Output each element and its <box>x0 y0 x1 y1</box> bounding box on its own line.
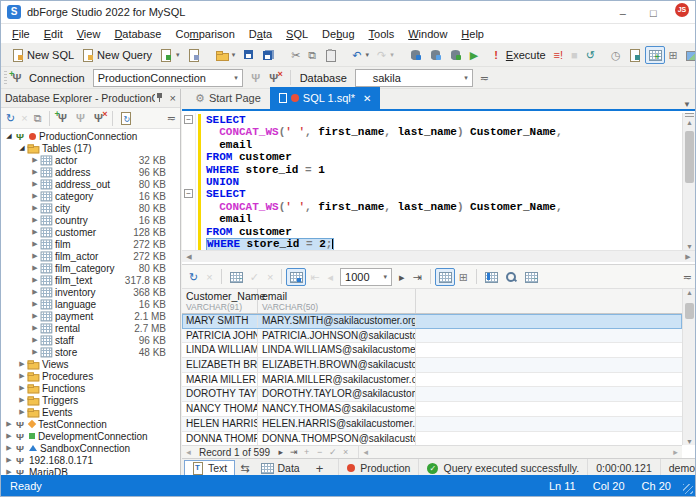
expand-arrow-icon[interactable]: ▶ <box>17 408 27 416</box>
column-header-email[interactable]: emailVARCHAR(50) <box>258 289 416 313</box>
notification-badge[interactable]: JS <box>675 3 689 17</box>
page-size-combo[interactable]: 1000▾ <box>340 268 392 286</box>
table-row[interactable]: PATRICIA JOHNSONPATRICIA.JOHNSON@sakilac… <box>182 329 682 344</box>
table-row[interactable]: LINDA WILLIAMSLINDA.WILLIAMS@sakilacusto… <box>182 343 682 358</box>
tab-close-icon[interactable]: ✕ <box>363 93 371 104</box>
menu-help[interactable]: Help <box>454 26 491 42</box>
table-cell[interactable]: LINDA.WILLIAMS@sakilacustomer.org <box>258 343 416 357</box>
first-page-button[interactable]: ⇤ <box>306 268 323 286</box>
export-grid-button[interactable] <box>521 268 541 286</box>
tree-item-language[interactable]: ▶language16 KB <box>1 298 180 310</box>
refresh-schema-button[interactable] <box>117 110 135 126</box>
check-connection-button[interactable] <box>446 46 466 64</box>
table-cell[interactable]: ELIZABETH.BROWN@sakilacustomer.org <box>258 358 416 372</box>
expand-arrow-icon[interactable]: ▶ <box>4 444 14 452</box>
tree-item-events[interactable]: ▶Events <box>1 406 180 418</box>
tree-item-actor[interactable]: ▶actor32 KB <box>1 154 180 166</box>
menu-view[interactable]: View <box>70 26 108 42</box>
scroll-down-icon[interactable]: ▼ <box>683 243 696 250</box>
expand-arrow-icon[interactable]: ▶ <box>30 288 40 296</box>
results-overflow-button[interactable]: ≂ <box>683 271 692 283</box>
refresh-results-button[interactable]: ↻ <box>185 268 202 286</box>
scroll-up-icon[interactable]: ▲ <box>683 289 696 296</box>
tree-item-triggers[interactable]: ▶Triggers <box>1 394 180 406</box>
collapse-arrow-icon[interactable]: ◢ <box>17 144 27 152</box>
grid-view-button[interactable] <box>435 268 455 286</box>
layout-button[interactable]: ⊞ <box>665 46 682 64</box>
expand-arrow-icon[interactable]: ▶ <box>17 360 27 368</box>
expand-arrow-icon[interactable]: ▶ <box>17 384 27 392</box>
menu-sql[interactable]: SQL <box>279 26 315 42</box>
tree-item-payment[interactable]: ▶payment2.1 MB <box>1 310 180 322</box>
expand-arrow-icon[interactable]: ▶ <box>30 168 40 176</box>
tree-item-testconnection[interactable]: ▶ΨTestConnection <box>1 418 180 430</box>
grid-horizontal-scrollbar[interactable]: ◂ ▸ <box>358 446 682 458</box>
explorer-overflow-button[interactable]: ≂ <box>167 112 176 124</box>
tree-item-views[interactable]: ▶Views <box>1 358 180 370</box>
scroll-right-icon[interactable]: ▶ <box>681 253 695 261</box>
toolbar-overflow-icon[interactable]: ≂ <box>480 72 489 84</box>
refresh-database-button[interactable] <box>426 46 446 64</box>
commit-edit-button[interactable]: ✓ <box>326 447 339 457</box>
table-cell[interactable]: PATRICIA JOHNSON <box>182 329 258 343</box>
table-cell[interactable]: HELEN HARRIS <box>182 417 258 431</box>
next-record-button[interactable]: ▸ <box>274 447 287 457</box>
tree-item-productionconnection[interactable]: ◢ΨProductionConnection <box>1 130 180 142</box>
expand-arrow-icon[interactable]: ▶ <box>30 228 40 236</box>
properties-button[interactable]: ⧉ <box>31 110 45 126</box>
expand-arrow-icon[interactable]: ▶ <box>30 336 40 344</box>
column-header-customer-name[interactable]: Customer_NameVARCHAR(91) <box>182 289 258 313</box>
menu-data[interactable]: Data <box>242 26 279 42</box>
table-cell[interactable]: MARY SMITH <box>182 314 258 328</box>
tree-item-city[interactable]: ▶city80 KB <box>1 202 180 214</box>
tree-item-store[interactable]: ▶store48 KB <box>1 346 180 358</box>
tree-item-film-text[interactable]: ▶film_text317.8 KB <box>1 274 180 286</box>
expand-arrow-icon[interactable]: ▶ <box>17 372 27 380</box>
scroll-left-icon[interactable]: ◀ <box>182 253 196 261</box>
sql-editor[interactable]: −− SELECT CONCAT_WS(' ', first_name, las… <box>182 113 695 250</box>
new-file-button[interactable] <box>184 46 204 64</box>
copy-button[interactable]: ⧉ <box>304 46 320 64</box>
tree-item-developmentconnection[interactable]: ▶ΨDevelopmentConnection <box>1 430 180 442</box>
menu-window[interactable]: Window <box>401 26 454 42</box>
menu-database[interactable]: Database <box>107 26 168 42</box>
close-icon[interactable]: × <box>170 92 176 104</box>
results-pane-toggle[interactable] <box>645 46 665 64</box>
table-cell[interactable]: DOROTHY.TAYLOR@sakilacustomer.org <box>258 387 416 401</box>
connect-button[interactable]: Ψ <box>72 110 90 126</box>
tab-list-button[interactable]: ▼ <box>683 100 691 109</box>
menu-file[interactable]: File <box>5 26 37 42</box>
find-button[interactable] <box>501 268 521 286</box>
tree-item-film[interactable]: ▶film272 KB <box>1 238 180 250</box>
table-cell[interactable]: PATRICIA.JOHNSON@sakilacustomer.org <box>258 329 416 343</box>
scrollbar-thumb[interactable] <box>685 303 694 319</box>
menu-comparison[interactable]: Comparison <box>168 26 241 42</box>
attach-document-button[interactable] <box>625 46 645 64</box>
editor-horizontal-scrollbar[interactable]: ◀ ▶ <box>182 250 695 262</box>
table-cell[interactable]: NANCY THOMAS <box>182 402 258 416</box>
collapse-arrow-icon[interactable]: ◢ <box>4 132 14 140</box>
pin-icon[interactable] <box>155 93 164 103</box>
expand-arrow-icon[interactable]: ▶ <box>30 264 40 272</box>
table-cell[interactable]: MARIA.MILLER@sakilacustomer.org <box>258 373 416 387</box>
delete-record-button[interactable]: − <box>313 447 326 457</box>
table-cell[interactable]: MARY.SMITH@sakilacustomer.org <box>258 314 416 328</box>
tree-item-customer[interactable]: ▶customer128 KB <box>1 226 180 238</box>
cancel-changes-button[interactable]: × <box>263 268 277 286</box>
tab-text[interactable]: Text <box>184 460 235 477</box>
expand-arrow-icon[interactable]: ▶ <box>30 240 40 248</box>
run-button[interactable]: ▶ <box>466 46 482 64</box>
database-combobox[interactable]: sakila ▾ <box>355 69 473 87</box>
tree-item-film-category[interactable]: ▶film_category80 KB <box>1 262 180 274</box>
tab-data[interactable]: Data <box>254 460 306 477</box>
minimize-button[interactable]: – <box>620 7 626 19</box>
tree-item-inventory[interactable]: ▶inventory368 KB <box>1 286 180 298</box>
table-cell[interactable]: DOROTHY TAYLOR <box>182 387 258 401</box>
fold-marker-icon[interactable]: − <box>184 189 193 198</box>
expand-arrow-icon[interactable]: ▶ <box>30 180 40 188</box>
tree-item-192-168-0-171[interactable]: ▶Ψ192.168.0.171 <box>1 454 180 466</box>
tree-item-film-actor[interactable]: ▶film_actor272 KB <box>1 250 180 262</box>
generate-script-button[interactable] <box>406 46 426 64</box>
column-visibility-button[interactable] <box>481 268 501 286</box>
execute-script-button[interactable]: ≡! <box>550 46 567 64</box>
